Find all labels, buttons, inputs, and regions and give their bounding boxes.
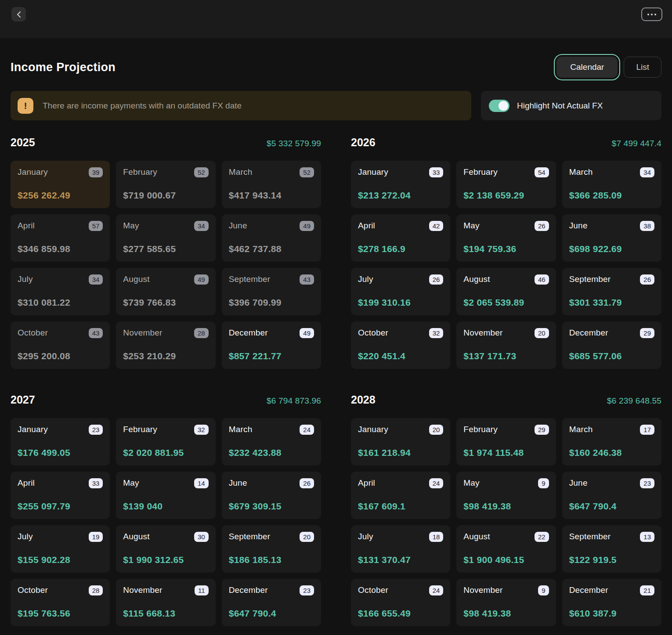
month-label: October [358, 328, 388, 338]
month-card[interactable]: February 54 $2 138 659.29 [456, 161, 556, 208]
more-options-button[interactable] [641, 7, 662, 21]
month-amount: $1 974 115.48 [463, 447, 549, 458]
month-card[interactable]: May 14 $139 040 [116, 472, 215, 519]
month-count-badge: 30 [194, 532, 209, 542]
month-label: June [569, 478, 588, 488]
month-label: May [463, 478, 480, 488]
month-card[interactable]: December 23 $647 790.4 [222, 579, 321, 626]
month-label: March [229, 167, 253, 177]
month-card[interactable]: June 26 $679 309.15 [222, 472, 321, 519]
month-card-header: November 28 [123, 328, 208, 338]
month-card[interactable]: May 26 $194 759.36 [456, 214, 556, 262]
month-label: October [18, 328, 48, 338]
month-card[interactable]: March 34 $366 285.09 [562, 161, 661, 208]
month-card[interactable]: June 49 $462 737.88 [222, 214, 321, 262]
month-card[interactable]: December 21 $610 387.9 [562, 579, 661, 626]
month-amount: $98 419.38 [463, 608, 549, 619]
month-label: January [358, 167, 388, 177]
month-amount: $160 246.38 [569, 447, 654, 458]
month-card[interactable]: January 33 $213 272.04 [351, 161, 450, 208]
month-card[interactable]: October 43 $295 200.08 [11, 321, 110, 369]
month-amount: $161 218.94 [358, 447, 443, 458]
month-card[interactable]: July 18 $131 370.47 [351, 525, 450, 573]
month-amount: $417 943.14 [229, 190, 314, 201]
month-card-header: August 22 [463, 532, 549, 542]
month-card[interactable]: July 19 $155 902.28 [11, 525, 110, 573]
month-card[interactable]: November 11 $115 668.13 [116, 579, 215, 626]
month-amount: $277 585.65 [123, 244, 208, 254]
month-amount: $679 309.15 [229, 501, 314, 512]
list-view-button[interactable]: List [624, 57, 661, 78]
month-card[interactable]: April 57 $346 859.98 [11, 214, 110, 262]
month-card-header: October 24 [358, 585, 443, 595]
month-card[interactable]: September 20 $186 185.13 [222, 525, 321, 573]
month-card[interactable]: January 23 $176 499.05 [11, 418, 110, 465]
month-count-badge: 23 [640, 478, 654, 488]
month-card-header: January 23 [18, 425, 103, 435]
month-card[interactable]: April 33 $255 097.79 [11, 472, 110, 519]
month-card[interactable]: October 32 $220 451.4 [351, 321, 450, 369]
month-card-header: September 20 [229, 532, 314, 542]
month-card[interactable]: September 13 $122 919.5 [562, 525, 661, 573]
month-card-header: October 32 [358, 328, 443, 338]
month-card-header: January 39 [18, 167, 103, 177]
calendar-view-button[interactable]: Calendar [556, 57, 618, 78]
month-card[interactable]: January 20 $161 218.94 [351, 418, 450, 465]
month-card[interactable]: August 22 $1 900 496.15 [456, 525, 556, 573]
month-card[interactable]: May 34 $277 585.65 [116, 214, 215, 262]
month-card[interactable]: October 28 $195 763.56 [11, 579, 110, 626]
month-label: September [229, 274, 271, 284]
month-count-badge: 29 [640, 328, 654, 338]
month-amount: $256 262.49 [18, 190, 103, 201]
month-card[interactable]: September 43 $396 709.99 [222, 268, 321, 315]
month-label: September [569, 274, 611, 284]
month-card-header: August 46 [463, 274, 549, 285]
month-card[interactable]: August 49 $739 766.83 [116, 268, 215, 315]
month-amount: $278 166.9 [358, 244, 443, 254]
month-card[interactable]: June 23 $647 790.4 [562, 472, 661, 519]
month-card[interactable]: November 28 $253 210.29 [116, 321, 215, 369]
month-card[interactable]: April 42 $278 166.9 [351, 214, 450, 262]
month-label: October [358, 585, 388, 595]
month-card[interactable]: August 46 $2 065 539.89 [456, 268, 556, 315]
warning-text: There are income payments with an outdat… [43, 101, 242, 111]
month-label: November [463, 328, 502, 338]
highlight-fx-toggle[interactable] [489, 100, 509, 112]
month-amount: $610 387.9 [569, 608, 654, 619]
month-amount: $2 065 539.89 [463, 297, 549, 308]
month-card-header: December 21 [569, 585, 654, 595]
month-card[interactable]: November 9 $98 419.38 [456, 579, 556, 626]
month-card[interactable]: May 9 $98 419.38 [456, 472, 556, 519]
month-label: October [18, 585, 48, 595]
month-card-header: March 52 [229, 167, 314, 177]
month-count-badge: 9 [538, 478, 549, 488]
month-card[interactable]: February 52 $719 000.67 [116, 161, 215, 208]
month-card-header: July 19 [18, 532, 103, 542]
ellipsis-icon [647, 14, 649, 15]
month-card[interactable]: November 20 $137 171.73 [456, 321, 556, 369]
month-card[interactable]: August 30 $1 990 312.65 [116, 525, 215, 573]
month-card[interactable]: June 38 $698 922.69 [562, 214, 661, 262]
month-card[interactable]: March 24 $232 423.88 [222, 418, 321, 465]
month-card[interactable]: February 29 $1 974 115.48 [456, 418, 556, 465]
month-card[interactable]: April 24 $167 609.1 [351, 472, 450, 519]
month-card[interactable]: March 17 $160 246.38 [562, 418, 661, 465]
outdated-fx-warning-banner: ! There are income payments with an outd… [11, 91, 471, 120]
month-amount: $698 922.69 [569, 244, 654, 254]
month-card[interactable]: December 29 $685 577.06 [562, 321, 661, 369]
month-label: August [463, 274, 490, 284]
month-card[interactable]: July 34 $310 081.22 [11, 268, 110, 315]
month-amount: $155 902.28 [18, 555, 103, 565]
month-card[interactable]: July 26 $199 310.16 [351, 268, 450, 315]
month-card[interactable]: February 32 $2 020 881.95 [116, 418, 215, 465]
month-card[interactable]: March 52 $417 943.14 [222, 161, 321, 208]
calendar-button-active-ring: Calendar [554, 54, 620, 80]
month-card[interactable]: December 49 $857 221.77 [222, 321, 321, 369]
month-card[interactable]: September 26 $301 331.79 [562, 268, 661, 315]
months-grid: January 39 $256 262.49 February 52 $719 … [11, 161, 321, 369]
month-card[interactable]: January 39 $256 262.49 [11, 161, 110, 208]
back-button[interactable] [11, 7, 26, 22]
month-card-header: September 43 [229, 274, 314, 285]
month-card[interactable]: October 24 $166 655.49 [351, 579, 450, 626]
month-count-badge: 38 [640, 221, 654, 231]
